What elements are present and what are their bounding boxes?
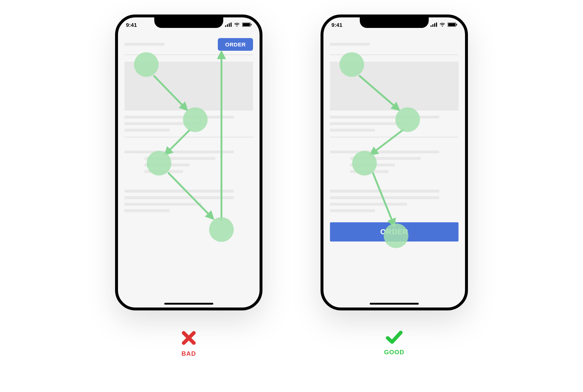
placeholder-line [125, 203, 201, 206]
phone-notch [360, 17, 429, 28]
order-button-bottom[interactable]: ORDER [330, 222, 458, 242]
cellular-icon [431, 22, 437, 27]
diagram-stage: 9:41 ORDER [0, 0, 583, 392]
placeholder-line [330, 209, 375, 212]
cross-icon [181, 330, 197, 346]
status-time: 9:41 [331, 22, 342, 28]
svg-rect-20 [448, 23, 456, 26]
good-column: 9:41 [321, 15, 468, 356]
placeholder-line [125, 116, 234, 119]
svg-rect-18 [436, 22, 437, 27]
cellular-icon [225, 22, 232, 27]
status-time: 9:41 [126, 22, 137, 28]
svg-rect-6 [251, 24, 252, 26]
placeholder-line [125, 196, 234, 199]
placeholder-line [330, 196, 439, 199]
status-right [431, 22, 457, 27]
svg-rect-3 [231, 22, 232, 27]
placeholder-image [125, 62, 253, 111]
placeholder-line [330, 190, 439, 193]
placeholder-line [125, 129, 170, 132]
placeholder-title [330, 43, 370, 46]
svg-rect-15 [431, 25, 432, 27]
placeholder-line [330, 129, 375, 132]
placeholder-line [330, 150, 439, 153]
battery-icon [448, 22, 457, 27]
verdict-label: GOOD [384, 349, 404, 356]
placeholder-line [144, 170, 183, 173]
divider [125, 54, 253, 55]
battery-icon [242, 22, 252, 27]
svg-rect-16 [432, 24, 433, 27]
placeholder-line [125, 122, 201, 125]
placeholder-title [125, 43, 164, 46]
phone-notch [154, 17, 223, 28]
placeholder-image [330, 62, 458, 111]
svg-rect-0 [225, 25, 226, 27]
placeholder-line [330, 203, 407, 206]
order-button-top[interactable]: ORDER [218, 38, 253, 51]
svg-rect-5 [243, 23, 250, 26]
home-indicator [370, 303, 419, 305]
placeholder-line [350, 170, 388, 173]
placeholder-line [125, 190, 234, 193]
placeholder-line [350, 164, 395, 166]
check-icon [386, 330, 403, 344]
verdict-good: GOOD [384, 330, 404, 356]
verdict-bad: BAD [181, 330, 197, 358]
verdict-label: BAD [181, 350, 197, 358]
svg-rect-17 [434, 23, 435, 27]
home-indicator [164, 303, 213, 305]
placeholder-line [125, 209, 170, 212]
placeholder-line [350, 157, 421, 160]
wifi-icon [234, 22, 240, 27]
screen-content: ORDER [323, 32, 465, 308]
screen-content: ORDER [118, 32, 260, 308]
status-right [225, 22, 252, 27]
phone-mockup-bad: 9:41 ORDER [115, 15, 262, 310]
svg-rect-21 [456, 24, 457, 26]
placeholder-line [125, 150, 234, 153]
placeholder-line [330, 116, 439, 119]
svg-rect-1 [227, 24, 228, 27]
bad-column: 9:41 ORDER [115, 15, 262, 358]
placeholder-line [144, 157, 215, 160]
phone-mockup-good: 9:41 [321, 15, 468, 310]
wifi-icon [439, 22, 445, 27]
svg-rect-2 [229, 23, 230, 27]
placeholder-line [330, 122, 407, 125]
placeholder-line [144, 164, 189, 166]
divider [330, 54, 458, 55]
